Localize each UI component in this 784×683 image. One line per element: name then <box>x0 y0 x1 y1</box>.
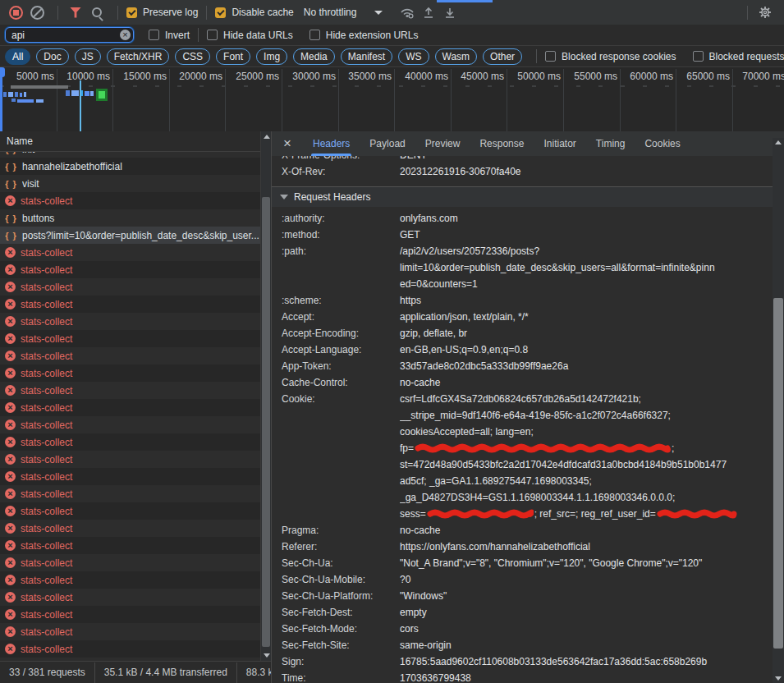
name-column-header[interactable]: Name <box>0 131 271 152</box>
clear-filter-icon[interactable] <box>120 30 131 40</box>
tab-preview[interactable]: Preview <box>415 131 470 156</box>
request-row[interactable]: stats-collect <box>0 296 260 313</box>
filter-toggle-button[interactable] <box>66 3 85 21</box>
divider <box>747 6 748 20</box>
scroll-up-icon[interactable] <box>775 140 782 144</box>
clear-button[interactable] <box>28 3 46 21</box>
scrollbar-thumb[interactable] <box>262 197 270 647</box>
request-row[interactable]: stats-collect <box>0 451 260 468</box>
request-row[interactable]: init <box>0 152 260 158</box>
preserve-log-checkbox[interactable]: Preserve log <box>126 7 198 18</box>
tab-initiator[interactable]: Initiator <box>534 131 585 156</box>
scroll-down-icon[interactable] <box>264 653 270 658</box>
hide-data-urls-checkbox[interactable]: Hide data URLs <box>207 30 293 41</box>
request-row[interactable]: stats-collect <box>0 347 260 364</box>
request-row[interactable]: stats-collect <box>0 364 260 382</box>
request-row[interactable]: stats-collect <box>0 589 260 606</box>
scrollbar-thumb[interactable] <box>773 298 783 649</box>
request-row[interactable]: stats-collect <box>0 468 260 485</box>
request-name: stats-collect <box>21 454 260 465</box>
header-value: gzip, deflate, br <box>400 325 773 342</box>
network-conditions-button[interactable] <box>401 3 419 21</box>
header-value: 202312261916-30670fa40e <box>400 163 773 180</box>
request-row[interactable]: stats-collect <box>0 623 260 640</box>
settings-button[interactable] <box>756 3 774 21</box>
network-overview-timeline[interactable]: 5000 ms10000 ms15000 ms20000 ms25000 ms3… <box>0 67 784 132</box>
record-button[interactable] <box>7 3 25 21</box>
tab-payload[interactable]: Payload <box>360 131 415 156</box>
header-value-line: ?0 <box>400 571 773 588</box>
type-filter-doc[interactable]: Doc <box>36 48 68 65</box>
request-row[interactable]: hannahelizabethofficial <box>0 158 260 175</box>
type-filter-img[interactable]: Img <box>256 48 287 65</box>
requests-scrollbar[interactable] <box>260 131 271 662</box>
type-filter-font[interactable]: Font <box>216 48 250 65</box>
request-row[interactable]: stats-collect <box>0 520 260 537</box>
request-row[interactable]: stats-collect <box>0 485 260 502</box>
request-row[interactable]: stats-collect <box>0 192 260 209</box>
type-filter-all[interactable]: All <box>5 48 30 65</box>
timeline-tick-label: 15000 ms <box>106 71 167 82</box>
timeline-tick-label: 65000 ms <box>669 71 730 82</box>
waterfall-bar <box>20 93 22 97</box>
request-row[interactable]: stats-collect <box>0 571 260 589</box>
request-row[interactable]: visit <box>0 175 260 192</box>
request-row[interactable]: buttons <box>0 209 260 227</box>
tab-response[interactable]: Response <box>470 131 534 156</box>
request-row[interactable]: stats-collect <box>0 399 260 416</box>
request-row[interactable]: stats-collect <box>0 330 260 347</box>
filter-input[interactable] <box>5 27 134 43</box>
timeline-tick-label: 5000 ms <box>0 71 54 82</box>
request-row[interactable]: stats-collect <box>0 416 260 433</box>
request-name: stats-collect <box>21 351 260 362</box>
request-row[interactable]: posts?limit=10&order=publish_date_desc&s… <box>0 227 260 244</box>
request-row[interactable]: stats-collect <box>0 554 260 571</box>
request-row[interactable]: stats-collect <box>0 313 260 330</box>
export-har-button[interactable] <box>443 3 461 21</box>
header-value-text: _ga_D4827DS3H4=GS1.1.1698003344.1.1.1698… <box>400 492 675 503</box>
details-scrollbar[interactable] <box>773 138 784 683</box>
throttling-dropdown[interactable]: No throttling <box>304 7 383 18</box>
tab-cookies[interactable]: Cookies <box>635 131 690 156</box>
type-filter-other[interactable]: Other <box>483 48 522 65</box>
import-har-button[interactable] <box>422 3 440 21</box>
header-value-text: gzip, deflate, br <box>400 328 467 339</box>
request-row[interactable]: stats-collect <box>0 433 260 451</box>
checkbox-blocked-requests[interactable]: Blocked requests <box>693 51 784 62</box>
type-filter-js[interactable]: JS <box>75 48 101 65</box>
hide-extension-urls-checkbox[interactable]: Hide extension URLs <box>309 30 419 41</box>
request-row[interactable]: stats-collect <box>0 640 260 658</box>
tab-timing[interactable]: Timing <box>586 131 635 156</box>
header-value-line: application/json, text/plain, */* <box>400 309 773 325</box>
request-row[interactable]: stats-collect <box>0 502 260 520</box>
header-name: X-Frame-Options: <box>272 156 400 163</box>
request-row[interactable]: stats-collect <box>0 606 260 623</box>
type-filter-css[interactable]: CSS <box>175 48 210 65</box>
type-filter-ws[interactable]: WS <box>398 48 429 65</box>
search-button[interactable] <box>88 3 106 21</box>
failed-request-icon <box>5 523 16 534</box>
request-row[interactable]: stats-collect <box>0 278 260 296</box>
scroll-up-icon[interactable] <box>264 135 270 139</box>
type-filter-manifest[interactable]: Manifest <box>341 48 392 65</box>
tab-headers[interactable]: Headers <box>303 131 360 156</box>
checkbox-blocked-response-cookies[interactable]: Blocked response cookies <box>545 51 676 62</box>
request-row[interactable]: stats-collect <box>0 261 260 278</box>
header-row: X-Frame-Options:DENY <box>272 156 773 163</box>
header-value-text: "Not_A Brand";v="8", "Chromium";v="120",… <box>400 557 702 569</box>
header-value-line: /api2/v2/users/20572336/posts? <box>400 243 773 259</box>
request-row[interactable]: stats-collect <box>0 244 260 261</box>
close-icon[interactable] <box>278 135 296 152</box>
scroll-down-icon[interactable] <box>775 676 782 681</box>
clipped-row: X-Frame-Options:DENY <box>272 156 773 163</box>
type-filter-fetch-xhr[interactable]: Fetch/XHR <box>107 48 170 65</box>
type-filter-chips: AllDocJSFetch/XHRCSSFontImgMediaManifest… <box>5 48 528 65</box>
request-row[interactable]: stats-collect <box>0 382 260 399</box>
type-filter-wasm[interactable]: Wasm <box>435 48 478 65</box>
request-row[interactable]: stats-collect <box>0 537 260 554</box>
request-headers-section-header[interactable]: Request Headers <box>272 187 773 207</box>
invert-checkbox[interactable]: Invert <box>149 30 190 41</box>
header-value-line: 202312261916-30670fa40e <box>400 163 773 180</box>
disable-cache-checkbox[interactable]: Disable cache <box>215 7 293 18</box>
type-filter-media[interactable]: Media <box>293 48 335 65</box>
